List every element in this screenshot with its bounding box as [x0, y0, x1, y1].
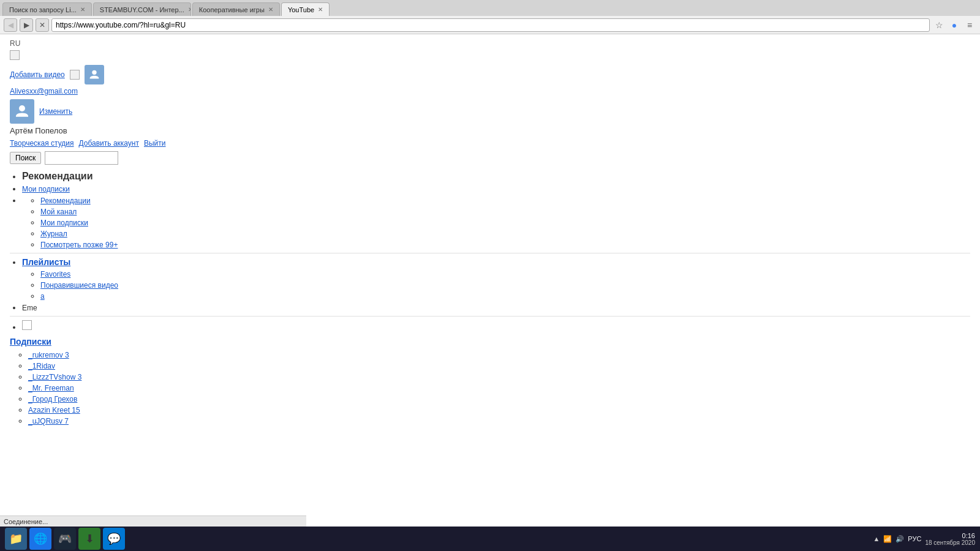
sub-channel-6: _uJQRusv 7: [28, 416, 970, 425]
avatar: [10, 99, 34, 124]
nav-list: Рекомендации Мои подписки Рекомендации М…: [10, 171, 970, 249]
search-input[interactable]: [45, 151, 118, 165]
eme-text: Еme: [22, 304, 37, 312]
playlists-link[interactable]: Плейлисты: [22, 257, 70, 267]
sub-channel-0: _rukremov 3: [28, 350, 970, 359]
refresh-button[interactable]: ✕: [36, 18, 49, 32]
sub-channel-1: _1Ridav: [28, 361, 970, 370]
playlist-item-2: а: [40, 291, 970, 301]
nav-my-subscriptions: Мои подписки: [22, 184, 970, 193]
nav-recommendations: Рекомендации: [22, 171, 970, 182]
address-input[interactable]: [51, 18, 930, 32]
email-link[interactable]: Alivesxx@gmail.com: [10, 87, 970, 96]
tab-steambuy[interactable]: STEAMBUY.COM - Интер... ✕: [93, 2, 191, 16]
address-bar-row: ◀ ▶ ✕ ☆ ● ≡: [0, 16, 980, 34]
tab-bar: Поиск по запросу Li... ✕ STEAMBUY.COM - …: [0, 0, 980, 16]
tab-close-3[interactable]: ✕: [268, 6, 273, 13]
search-section: Поиск: [10, 151, 970, 165]
search-button[interactable]: Поиск: [10, 152, 41, 164]
svg-point-0: [92, 70, 96, 75]
sub-channel-4: _Город Грехов: [28, 394, 970, 403]
back-button[interactable]: ◀: [4, 18, 17, 32]
sub-channel-3: _Mr. Freeman: [28, 383, 970, 392]
profile-section: Изменить: [10, 99, 970, 124]
playlist-sub-list: Favorites Понравившиеся видео а: [22, 269, 970, 301]
star-icon[interactable]: ☆: [932, 18, 946, 32]
logout-link[interactable]: Выйти: [144, 139, 166, 148]
sub-item-4: Посмотреть позже 99+: [40, 240, 970, 249]
recommendations-title: Рекомендации: [22, 171, 93, 181]
eme-item: Еme: [22, 303, 970, 312]
sub-item-0: Рекомендации: [40, 196, 970, 205]
user-icon-button[interactable]: [85, 65, 104, 84]
tab-close-1[interactable]: ✕: [80, 6, 85, 13]
playlist-item-0: Favorites: [40, 269, 970, 279]
creative-studio-link[interactable]: Творческая студия: [10, 139, 74, 148]
lang-checkbox[interactable]: [10, 50, 20, 60]
sub-item-1: Мой канал: [40, 207, 970, 216]
svg-point-1: [19, 105, 25, 111]
tab-close-4[interactable]: ✕: [318, 6, 323, 13]
browser-window: Поиск по запросу Li... ✕ STEAMBUY.COM - …: [0, 0, 980, 487]
change-avatar-link[interactable]: Изменить: [39, 107, 72, 116]
upload-checkbox[interactable]: [70, 70, 80, 80]
checkbox-list: [10, 320, 970, 332]
playlists-list: Плейлисты Favorites Понравившиеся видео …: [10, 257, 970, 312]
user-header: Добавить видео: [10, 65, 970, 84]
sub-channel-2: _LizzzTVshow 3: [28, 372, 970, 381]
playlists-header: Плейлисты Favorites Понравившиеся видео …: [22, 257, 970, 301]
tab-youtube[interactable]: YouTube ✕: [281, 2, 330, 16]
chrome-logo-icon[interactable]: ●: [948, 18, 961, 32]
my-subscriptions-link[interactable]: Мои подписки: [22, 185, 70, 193]
sub-item-3: Журнал: [40, 229, 970, 238]
sub-channel-5: Azazin Kreet 15: [28, 405, 970, 414]
subscriptions-title-link[interactable]: Подписки: [10, 337, 51, 347]
toolbar-icons: ☆ ● ≡: [932, 18, 976, 32]
menu-icon[interactable]: ≡: [963, 18, 976, 32]
tab-coop[interactable]: Кооперативные игры ✕: [192, 2, 280, 16]
forward-button[interactable]: ▶: [20, 18, 33, 32]
nav-sub-items: Рекомендации Мой канал Мои подписки Журн…: [22, 196, 970, 249]
subscriptions-sub-list: _rukremov 3 _1Ridav _LizzzTVshow 3 _Mr. …: [10, 350, 970, 425]
sub-items-list: Рекомендации Мой канал Мои подписки Журн…: [22, 196, 970, 249]
sub-item-2: Мои подписки: [40, 218, 970, 227]
tab-close-2[interactable]: ✕: [188, 6, 191, 13]
page-content: RU Добавить видео Alivesxx@gmail.com Изм…: [0, 34, 980, 487]
action-links: Творческая студия Добавить аккаунт Выйти: [10, 139, 970, 148]
subscriptions-section: Подписки _rukremov 3 _1Ridav _LizzzTVsho…: [10, 337, 970, 425]
checkbox-list-item: [22, 320, 970, 332]
add-account-link[interactable]: Добавить аккаунт: [79, 139, 139, 148]
user-name: Артём Попелов: [10, 126, 970, 135]
playlist-item-1: Понравившиеся видео: [40, 280, 970, 290]
language-selector[interactable]: RU: [10, 39, 970, 48]
add-video-link[interactable]: Добавить видео: [10, 70, 65, 79]
checkbox-item[interactable]: [22, 320, 32, 330]
tab-search[interactable]: Поиск по запросу Li... ✕: [2, 2, 92, 16]
